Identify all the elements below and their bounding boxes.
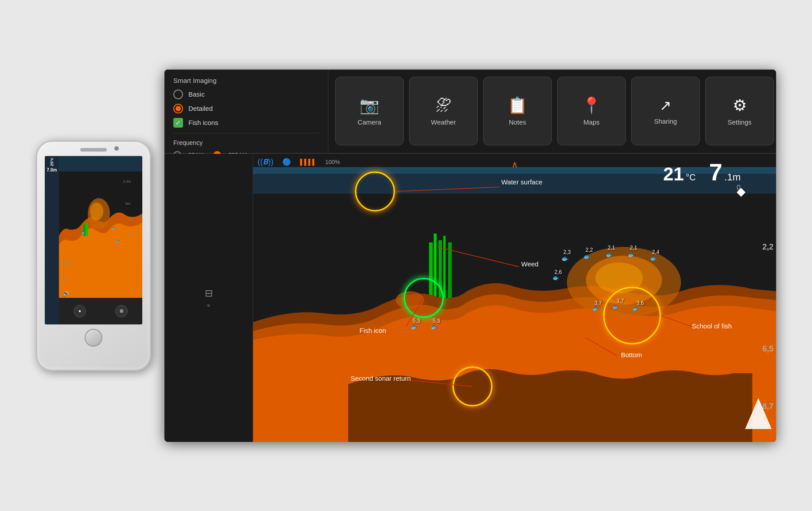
settings-icon: ⚙ [733,96,747,115]
svg-text:7m: 7m [128,217,133,221]
phone-tool-btn-1[interactable]: ● [74,305,86,317]
settings-title: Smart Imaging [173,77,319,84]
circle-fish-icon [404,278,444,318]
nav-btn-maps[interactable]: 📍 Maps [557,77,626,145]
depth-value: 7 [709,159,722,185]
svg-rect-4 [86,222,88,236]
fish-icon-6: 🐟 [552,274,559,281]
camera-label: Camera [358,118,381,126]
svg-text:2.3m: 2.3m [123,179,131,183]
sonar-display: ((𝘽)) 🔵 ▌▌▌▌ 100% ∧ 21 °C 7 .1m [253,154,776,442]
scene: 25°c 7.0m 68% Connected : Deeper DP02 [27,61,785,451]
phone: 25°c 7.0m 68% Connected : Deeper DP02 [36,140,151,371]
sonar-indicator [743,396,774,433]
fish-icon-10: 🐟 [410,324,418,330]
settings-label: Settings [727,118,751,126]
fish-icon-4: 🐟 [628,251,635,258]
nav-btn-weather[interactable]: ⛈ Weather [409,77,478,145]
fish-depth-3: 2,1 [608,245,615,251]
phone-sonar-area: 🐟 🐟 🐟 2.3m 5m 7m 9m [59,156,142,298]
depth-readout: 7 .1m [709,158,741,186]
basic-radio[interactable] [173,90,183,99]
circle-school-of-fish [603,287,661,344]
fish-depth-4: 2,1 [630,245,637,251]
weather-label: Weather [431,118,456,126]
snowflake-icon: ❄ [62,276,71,282]
weather-icon: ⛈ [436,96,452,115]
phone-speaker [80,148,107,152]
fish-icons-label: Fish icons [188,119,219,126]
annotation-second-sonar: Second sonar return [351,374,411,382]
fish-depth-8: 3,7 [617,298,624,304]
fish-icon-8: 🐟 [612,304,619,310]
notes-icon: 📋 [508,96,527,115]
maps-label: Maps [583,118,600,126]
svg-point-2 [90,203,103,220]
camera-icon: 📷 [359,96,379,115]
readout: 21 °C 7 .1m [663,158,741,186]
maps-icon: 📍 [582,96,601,115]
notes-label: Notes [509,118,526,126]
depth-unit: .1m [724,172,741,183]
bt-signal-icon: 🔵 [282,158,291,166]
filter-label: ≡ [207,303,210,308]
fish-depth-2: 2,2 [586,247,593,253]
filter-icon: ⊟ [205,288,213,299]
basic-label: Basic [188,90,205,98]
annotation-weed: Weed [521,260,539,268]
phone-temp: 25°c [50,158,54,166]
phone-screen: 25°c 7.0m 68% Connected : Deeper DP02 [45,156,142,324]
svg-rect-0 [59,156,142,172]
nav-btn-settings[interactable]: ⚙ Settings [705,77,774,145]
svg-text:🐟: 🐟 [112,226,116,230]
imaging-basic-option[interactable]: Basic [173,90,319,99]
sharing-label: Sharing [654,117,677,125]
fish-icon-5: 🐟 [650,255,657,261]
detailed-label: Detailed [188,105,213,112]
bluetooth-icon: ((𝘽)) [258,157,273,167]
nav-btn-notes[interactable]: 📋 Notes [483,77,552,145]
nav-btn-sharing[interactable]: ↗ Sharing [631,77,700,145]
tablet-ui: Smart Imaging Basic Detailed ✓ Fish icon… [164,70,776,442]
sharing-icon: ↗ [660,97,671,114]
wifi-icon: ((•)) [62,261,71,267]
sonar-svg [253,154,776,442]
phone-home-btn[interactable] [85,329,102,347]
svg-text:🐟: 🐟 [81,230,86,234]
fish-icons-checkbox[interactable]: ✓ [173,118,183,128]
sound-icon: 🔊 [62,291,71,297]
fish-icon-2: 🐟 [583,253,590,260]
annotation-bottom: Bottom [621,351,642,359]
fish-depth-5: 2,4 [652,249,660,255]
temp-value: 21 [663,164,684,184]
battery-pct-text: 100% [325,159,340,165]
nav-buttons: 📷 Camera ⛈ Weather 📋 Notes 📍 Maps ↗ [328,70,776,153]
temp-unit: °C [686,172,695,182]
main-content: ⊟ ≡ [164,154,776,442]
settings-panel: Smart Imaging Basic Detailed ✓ Fish icon… [164,70,328,153]
detailed-radio[interactable] [173,104,183,113]
fish-icons-option[interactable]: ✓ Fish icons [173,118,319,128]
nav-btn-camera[interactable]: 📷 Camera [335,77,404,145]
fish-icon-3: 🐟 [605,251,613,258]
left-panel: ⊟ ≡ [164,154,253,442]
annotation-fish-icon: Fish icon [359,327,386,334]
fish-icon-7: 🐟 [592,305,599,312]
fish-depth-1: 2,3 [563,249,571,255]
fish-depth-10: 5,3 [413,318,420,324]
imaging-detailed-option[interactable]: Detailed [173,104,319,113]
chevron-up-icon: ∧ [511,159,518,170]
annotation-water-surface: Water surface [501,178,543,186]
circle-second-sonar [453,367,492,406]
toolbar: Smart Imaging Basic Detailed ✓ Fish icon… [164,70,776,154]
phone-depth-bar: 25°c 7.0m [45,156,59,324]
phone-depth-num: 7.0m [47,168,57,172]
depth-mark-2-2: 2,2 [762,242,773,252]
fish-depth-11: 5,3 [433,318,440,324]
phone-camera [114,146,119,151]
battery-bars-icon: ▌▌▌▌ [300,159,316,165]
circle-water-surface [355,172,395,211]
phone-tool-btn-2[interactable]: ⊞ [115,305,128,317]
svg-text:9m: 9m [128,233,133,237]
phone-toolbar: ● ⊞ › ((•)) ❄ 🔊 [59,298,142,324]
